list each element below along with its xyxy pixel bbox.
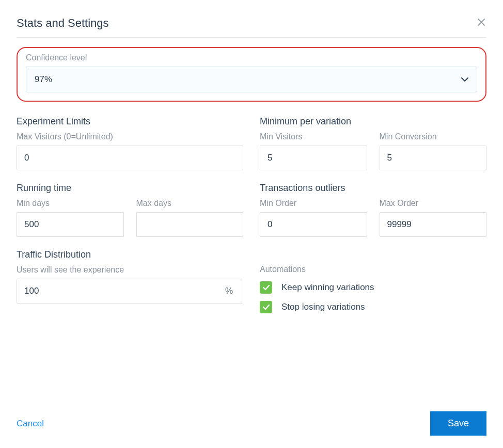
stop-losing-checkbox[interactable] xyxy=(260,301,272,313)
min-per-variation-title: Minimum per variation xyxy=(260,116,486,127)
confidence-level-label: Confidence level xyxy=(26,53,477,62)
min-days-input[interactable] xyxy=(17,212,124,237)
experiment-limits-section: Experiment Limits Max Visitors (0=Unlimi… xyxy=(17,116,243,170)
automations-section: Automations Keep winning variations Stop… xyxy=(260,249,486,321)
confidence-level-section: Confidence level 97% xyxy=(17,47,486,102)
traffic-distribution-label: Users will see the experience xyxy=(17,265,243,275)
confidence-level-value: 97% xyxy=(26,67,477,92)
save-button[interactable]: Save xyxy=(430,411,486,436)
confidence-level-select[interactable]: 97% xyxy=(26,67,477,92)
dialog-title: Stats and Settings xyxy=(17,17,109,30)
traffic-distribution-input[interactable] xyxy=(17,279,243,303)
keep-winning-checkbox[interactable] xyxy=(260,281,272,294)
cancel-button[interactable]: Cancel xyxy=(17,419,44,429)
min-conversion-input[interactable] xyxy=(380,146,487,170)
transactions-outliers-title: Transactions outliers xyxy=(260,183,486,194)
traffic-distribution-section: Traffic Distribution Users will see the … xyxy=(17,249,243,321)
dialog-footer: Cancel Save xyxy=(17,411,486,436)
traffic-distribution-title: Traffic Distribution xyxy=(17,249,243,260)
max-days-label: Max days xyxy=(136,199,244,208)
automations-title: Automations xyxy=(260,265,486,274)
max-order-input[interactable] xyxy=(380,212,487,237)
min-order-input[interactable] xyxy=(260,212,367,237)
min-visitors-label: Min Visitors xyxy=(260,132,367,141)
min-days-label: Min days xyxy=(17,199,124,208)
running-time-section: Running time Min days Max days xyxy=(17,183,243,237)
running-time-title: Running time xyxy=(17,183,243,194)
check-icon xyxy=(262,284,270,291)
dialog-header: Stats and Settings xyxy=(17,17,486,38)
experiment-limits-title: Experiment Limits xyxy=(17,116,243,127)
stop-losing-label: Stop losing variations xyxy=(281,302,365,312)
close-icon[interactable] xyxy=(476,17,486,29)
check-icon xyxy=(262,304,270,310)
max-visitors-label: Max Visitors (0=Unlimited) xyxy=(17,132,243,141)
min-conversion-label: Min Conversion xyxy=(380,132,487,141)
max-visitors-input[interactable] xyxy=(17,146,243,170)
transactions-outliers-section: Transactions outliers Min Order Max Orde… xyxy=(260,183,486,237)
min-visitors-input[interactable] xyxy=(260,146,367,170)
min-per-variation-section: Minimum per variation Min Visitors Min C… xyxy=(260,116,486,170)
keep-winning-label: Keep winning variations xyxy=(281,282,374,293)
max-days-input[interactable] xyxy=(136,212,244,237)
min-order-label: Min Order xyxy=(260,199,367,208)
max-order-label: Max Order xyxy=(380,199,487,208)
